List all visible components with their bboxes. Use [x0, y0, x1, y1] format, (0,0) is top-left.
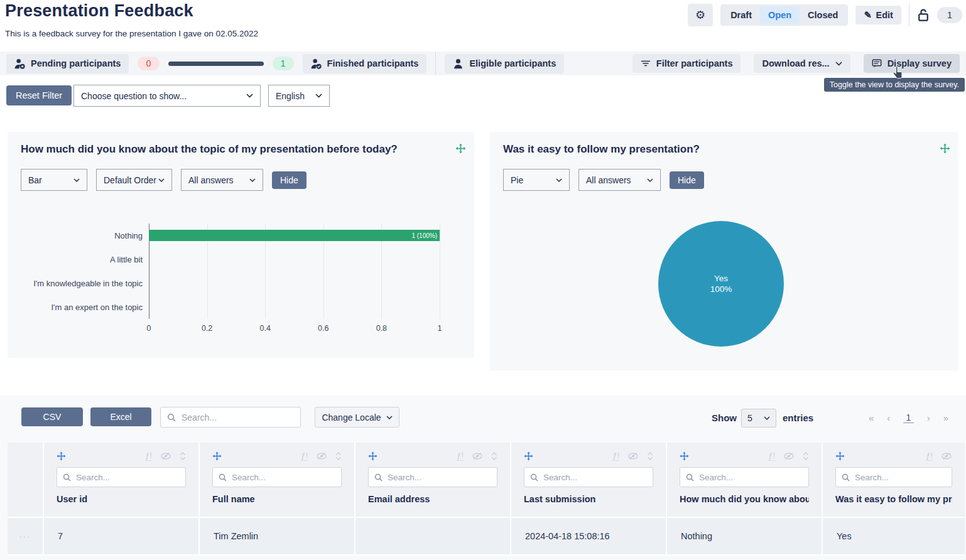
pencil-icon: ✎ — [864, 10, 871, 20]
column-title[interactable]: How much did you know about — [680, 494, 809, 504]
export-csv-button[interactable]: CSV — [21, 407, 83, 426]
finished-count-pill: 1 — [273, 57, 294, 70]
column-search-input[interactable] — [855, 473, 946, 482]
bar-chart-x-axis: 0 0.2 0.4 0.6 0.8 1 — [149, 324, 440, 335]
pagination-next[interactable]: › — [927, 412, 930, 423]
column-move-icon[interactable] — [835, 451, 845, 461]
question-select[interactable]: Choose question to show... — [73, 85, 261, 107]
table-search-input[interactable] — [182, 412, 294, 423]
column-move-icon[interactable] — [680, 451, 689, 461]
column-header: ƒ! Last submission — [511, 443, 667, 517]
filter-participants-button[interactable]: Filter participants — [632, 54, 741, 73]
formula-warning-icon[interactable]: ƒ! — [301, 451, 308, 461]
table-cell-user-id: 7 — [44, 517, 200, 556]
pagination-last[interactable]: » — [943, 412, 948, 423]
state-open-button[interactable]: Open — [760, 6, 800, 24]
column-title[interactable]: Was it easy to follow my pres — [835, 494, 952, 504]
pie-center-value: 100% — [710, 284, 732, 294]
pie-chart-panel: Was it easy to follow my presentation? P… — [490, 132, 958, 370]
column-move-icon[interactable] — [524, 451, 533, 461]
move-icon[interactable] — [455, 143, 466, 154]
table-search — [160, 407, 301, 428]
bar-panel-controls: Bar Default Order All answers Hide — [21, 169, 307, 191]
search-icon — [842, 473, 850, 482]
eligible-participants-button[interactable]: Eligible participants — [445, 54, 564, 73]
column-header: ƒ! How much did you know about — [667, 443, 823, 517]
reset-filter-button[interactable]: Reset Filter — [6, 85, 72, 105]
pagination-page-1[interactable]: 1 — [903, 412, 913, 423]
eye-slash-icon[interactable] — [627, 452, 639, 460]
column-search-input[interactable] — [232, 473, 335, 482]
chevron-down-icon — [249, 178, 256, 182]
state-closed-button[interactable]: Closed — [800, 6, 846, 24]
eye-slash-icon[interactable] — [316, 452, 327, 460]
sort-icon[interactable] — [491, 452, 497, 460]
chart-type-select[interactable]: Bar — [21, 169, 87, 191]
formula-warning-icon[interactable]: ƒ! — [612, 451, 619, 461]
hide-chart-button[interactable]: Hide — [670, 171, 704, 189]
page-size-select[interactable]: 5 — [741, 409, 776, 428]
column-title[interactable]: User id — [57, 494, 186, 504]
edit-button[interactable]: ✎ Edit — [855, 6, 901, 24]
sort-icon[interactable] — [803, 452, 809, 460]
formula-warning-icon[interactable]: ƒ! — [457, 451, 464, 461]
column-move-icon[interactable] — [212, 451, 222, 461]
column-title[interactable]: Email address — [368, 494, 497, 504]
bar: 1 (100%) — [149, 230, 440, 241]
eye-slash-icon[interactable] — [472, 452, 483, 460]
column-search-input[interactable] — [699, 473, 803, 482]
x-tick: 0.6 — [318, 324, 328, 333]
display-survey-tooltip: Toggle the view to display the survey. — [824, 78, 965, 92]
eye-slash-icon[interactable] — [941, 452, 952, 460]
row-actions-menu[interactable]: ··· — [8, 517, 44, 556]
bar-category-label: I'm an expert on the topic — [20, 303, 149, 312]
column-search — [680, 467, 809, 487]
finished-participants-button[interactable]: Finished participants — [303, 54, 427, 73]
column-title[interactable]: Last submission — [524, 494, 653, 504]
eye-slash-icon[interactable] — [783, 452, 795, 460]
sort-icon[interactable] — [335, 452, 342, 460]
state-draft-button[interactable]: Draft — [722, 6, 760, 24]
chart-type-select[interactable]: Pie — [503, 169, 570, 191]
search-icon — [686, 473, 694, 482]
bar-category-label: Nothing — [20, 231, 149, 240]
formula-warning-icon[interactable]: ƒ! — [768, 451, 775, 461]
show-label: Show — [712, 412, 737, 423]
eye-slash-icon[interactable] — [160, 452, 171, 460]
settings-button[interactable]: ⚙ — [688, 4, 713, 26]
sort-order-select[interactable]: Default Order — [96, 169, 172, 191]
participants-bar-actions: Filter participants Download res... Disp… — [632, 54, 960, 73]
hide-chart-button[interactable]: Hide — [272, 171, 307, 189]
display-survey-button[interactable]: Display survey — [864, 54, 960, 73]
column-search-input[interactable] — [388, 473, 491, 482]
bar-row: A little bit — [20, 247, 440, 271]
download-results-button[interactable]: Download res... — [754, 54, 850, 73]
bar-value-label: 1 (100%) — [411, 232, 440, 239]
answers-filter-select[interactable]: All answers — [578, 169, 661, 191]
answers-filter-select[interactable]: All answers — [181, 169, 263, 191]
column-move-icon[interactable] — [57, 451, 66, 461]
x-tick: 0 — [147, 324, 151, 333]
formula-warning-icon[interactable]: ƒ! — [145, 451, 152, 461]
column-title[interactable]: Full name — [212, 494, 342, 504]
pagination-prev[interactable]: ‹ — [887, 412, 890, 423]
export-excel-button[interactable]: Excel — [90, 407, 151, 426]
language-select[interactable]: English — [268, 85, 330, 107]
person-check-icon — [311, 58, 322, 69]
sort-icon[interactable] — [647, 452, 653, 460]
chevron-down-icon — [158, 178, 165, 182]
unlock-icon[interactable] — [917, 8, 930, 22]
pending-participants-button[interactable]: Pending participants — [6, 54, 129, 73]
sort-icon[interactable] — [180, 452, 186, 460]
pagination-first[interactable]: « — [869, 412, 874, 423]
column-search-input[interactable] — [76, 473, 180, 482]
search-icon — [63, 473, 71, 482]
change-locale-select[interactable]: Change Locale — [315, 407, 399, 428]
participants-divider — [435, 52, 436, 75]
formula-warning-icon[interactable]: ƒ! — [926, 451, 933, 461]
x-tick: 0.4 — [259, 324, 270, 333]
column-search-input[interactable] — [543, 473, 647, 482]
column-search — [57, 467, 186, 487]
move-icon[interactable] — [940, 143, 950, 154]
column-move-icon[interactable] — [368, 451, 377, 461]
